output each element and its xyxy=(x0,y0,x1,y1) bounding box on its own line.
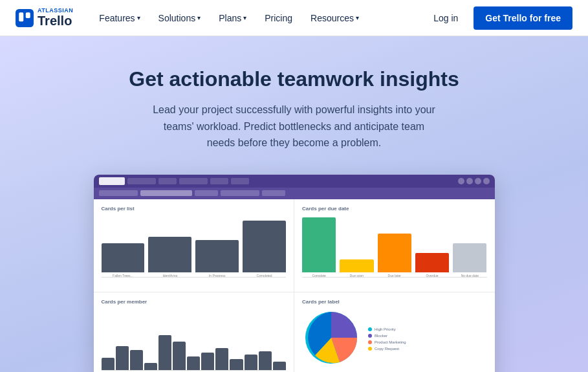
chevron-down-icon: ▾ xyxy=(243,14,246,21)
hero-title: Get actionable teamwork insights xyxy=(129,67,459,91)
bar-group: No due date xyxy=(453,243,486,278)
bar-group xyxy=(102,358,114,371)
bar-label: No due date xyxy=(461,274,479,278)
bar-group xyxy=(230,359,243,371)
bar-label: Completed xyxy=(256,274,272,278)
svg-rect-0 xyxy=(16,9,34,27)
legend-item-blocker: Blocker xyxy=(368,334,406,338)
bar xyxy=(130,350,143,371)
bar-label: Overdue xyxy=(426,274,438,278)
bar-group: Due soon xyxy=(340,259,373,278)
chart-area: Complete Due soon Due later Overdue xyxy=(302,215,487,287)
bar xyxy=(102,358,114,371)
chart-panel-cards-per-member: Cards per member xyxy=(94,292,294,372)
subbar-tab xyxy=(221,190,259,196)
bar-group xyxy=(187,356,200,371)
nav-plans[interactable]: Plans ▾ xyxy=(211,8,254,28)
bar-group xyxy=(201,353,214,371)
bar-label: Fallen Trees... xyxy=(113,274,133,278)
topbar-items xyxy=(127,178,455,184)
bar-chart-cards-per-list: Fallen Trees... Identifying In Progress xyxy=(102,215,287,287)
chart-area xyxy=(102,309,287,372)
chart-panel-cards-per-due-date: Cards per due date Complete Due soon xyxy=(294,199,495,292)
legend-dot xyxy=(368,347,372,351)
legend-item-copy-request: Copy Request xyxy=(368,347,406,351)
bar-group xyxy=(130,350,143,371)
nav-features[interactable]: Features ▾ xyxy=(91,8,147,28)
topbar-avatar xyxy=(466,178,473,184)
topbar-item xyxy=(210,178,228,184)
dashboard-subbar xyxy=(94,188,495,199)
bar xyxy=(102,243,145,272)
bar-group xyxy=(259,351,272,371)
pie-svg xyxy=(302,309,360,367)
topbar-item xyxy=(231,178,249,184)
bar-label: Complete xyxy=(312,274,325,278)
svg-rect-2 xyxy=(26,12,30,18)
bar xyxy=(215,348,228,371)
bar xyxy=(116,346,129,371)
topbar-logo xyxy=(99,177,125,185)
chart-area: Fallen Trees... Identifying In Progress xyxy=(102,215,287,287)
subbar-tab xyxy=(99,190,138,196)
bar xyxy=(230,359,243,371)
bar-label: In Progress xyxy=(209,274,226,278)
subbar-tab-active xyxy=(140,190,192,196)
legend-dot xyxy=(368,334,372,338)
bar-label: Identifying xyxy=(162,274,177,278)
chart-title: Cards per due date xyxy=(302,206,487,212)
pie-section: High Priority Blocker Product Marketing xyxy=(302,309,487,369)
bar xyxy=(245,355,257,371)
bar xyxy=(148,237,191,272)
bar-group: Fallen Trees... xyxy=(102,243,145,278)
bar xyxy=(259,351,272,371)
bar-chart-due-date: Complete Due soon Due later Overdue xyxy=(302,215,487,287)
chart-title: Cards per label xyxy=(302,299,487,305)
trello-logo[interactable]: ATLASSIAN Trello xyxy=(16,8,73,28)
bar-group xyxy=(215,348,228,371)
bar-group: Identifying xyxy=(148,237,191,278)
bar-group xyxy=(245,355,257,371)
bar-due-later xyxy=(378,234,411,272)
bar-group: In Progress xyxy=(195,240,239,278)
dashboard-mockup: Cards per list Fallen Trees... Identifyi… xyxy=(94,175,495,372)
bar-no-due-date xyxy=(453,243,486,272)
login-button[interactable]: Log in xyxy=(426,8,466,28)
chart-panel-cards-per-list: Cards per list Fallen Trees... Identifyi… xyxy=(94,199,294,292)
svg-rect-1 xyxy=(19,12,23,21)
bar-group xyxy=(116,346,129,371)
hero-section: Get actionable teamwork insights Lead yo… xyxy=(0,36,588,372)
bar xyxy=(243,221,286,272)
topbar-avatar xyxy=(458,178,464,184)
chevron-down-icon: ▾ xyxy=(356,14,359,21)
pie-legend: High Priority Blocker Product Marketing xyxy=(368,327,406,351)
brand-name-block: ATLASSIAN Trello xyxy=(38,8,73,28)
nav-solutions[interactable]: Solutions ▾ xyxy=(151,8,209,28)
bar-group: Complete xyxy=(302,217,336,278)
chevron-down-icon: ▾ xyxy=(197,14,201,21)
bar xyxy=(201,353,214,371)
bar-group: Due later xyxy=(378,234,411,278)
legend-item-product-marketing: Product Marketing xyxy=(368,340,406,344)
bar-due-soon xyxy=(340,259,373,272)
bar-label: Due later xyxy=(388,274,401,278)
nav-resources[interactable]: Resources ▾ xyxy=(303,8,367,28)
bar-group: Overdue xyxy=(415,253,449,278)
chart-area: High Priority Blocker Product Marketing xyxy=(302,309,487,372)
topbar-right-icons xyxy=(458,178,490,184)
chevron-down-icon: ▾ xyxy=(137,14,140,21)
chart-panel-cards-per-label: Cards per label xyxy=(294,292,495,372)
bar-overdue xyxy=(415,253,449,272)
nav-links: Features ▾ Solutions ▾ Plans ▾ Pricing R… xyxy=(91,8,426,28)
legend-dot xyxy=(368,340,372,344)
bar-chart-member xyxy=(102,309,287,372)
bar-group xyxy=(273,362,286,371)
chart-title: Cards per list xyxy=(102,206,287,212)
navbar: ATLASSIAN Trello Features ▾ Solutions ▾ … xyxy=(0,0,588,36)
subbar-tab xyxy=(262,190,285,196)
nav-pricing[interactable]: Pricing xyxy=(257,8,300,28)
cta-button[interactable]: Get Trello for free xyxy=(474,6,572,30)
bar-group xyxy=(144,363,157,371)
dashboard-topbar xyxy=(94,175,495,188)
bar-label: Due soon xyxy=(350,274,364,278)
